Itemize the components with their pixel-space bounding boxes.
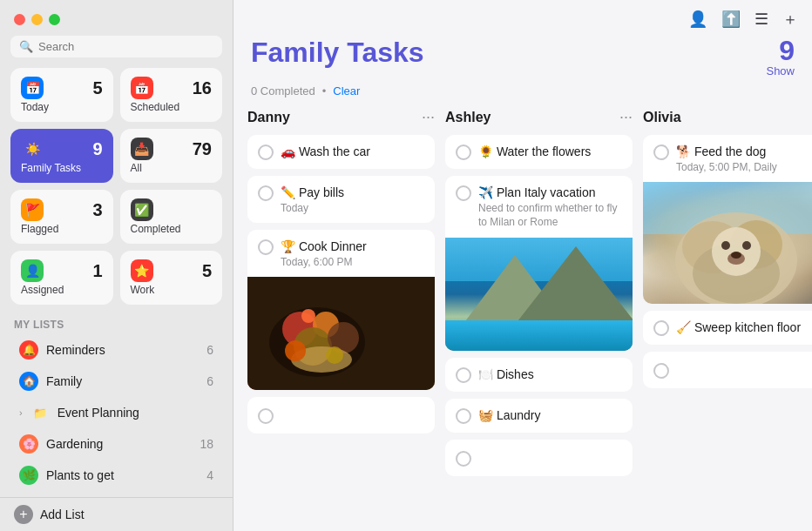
sidebar: 🔍 📅 5 Today 📅 16 Scheduled ☀️ 9 Famil [0, 0, 233, 531]
column-title-ashley: Ashley [445, 110, 491, 125]
sidebar-item-family-tasks[interactable]: ☀️ 9 Family Tasks [10, 129, 113, 183]
sidebar-item-all[interactable]: 📥 79 All [120, 129, 223, 183]
list-count-reminders: 6 [206, 343, 213, 357]
task-cook-dinner[interactable]: 🏆 Cook Dinner Today, 6:00 PM [247, 230, 435, 390]
family-tasks-label: Family Tasks [21, 162, 103, 174]
search-bar[interactable]: 🔍 [10, 36, 222, 57]
sidebar-item-today[interactable]: 📅 5 Today [10, 68, 113, 122]
task-circle[interactable] [258, 239, 274, 255]
person-circle-icon[interactable]: 👤 [688, 10, 707, 29]
plus-icon[interactable]: ＋ [782, 9, 798, 30]
add-list-button[interactable]: + Add List [0, 497, 233, 531]
list-item-gardening[interactable]: 🌸 Gardening 18 [5, 428, 227, 460]
task-title: 🏆 Cook Dinner [281, 239, 367, 253]
page-title: Family Tasks [251, 37, 424, 69]
dog-image [643, 182, 812, 304]
list-count-plants: 4 [206, 468, 213, 482]
list-name-gardening: Gardening [46, 437, 103, 451]
list-item-family[interactable]: 🏠 Family 6 [5, 366, 227, 397]
sidebar-item-scheduled[interactable]: 📅 16 Scheduled [120, 68, 223, 122]
task-sweep-floor[interactable]: 🧹 Sweep kitchen floor [643, 311, 812, 345]
task-circle[interactable] [456, 367, 471, 383]
task-pay-bills[interactable]: ✏️ Pay bills Today [247, 176, 435, 223]
sidebar-item-assigned[interactable]: 👤 1 Assigned [10, 251, 113, 305]
task-circle[interactable] [258, 408, 274, 424]
task-emoji: 🌻 [478, 145, 493, 158]
task-wash-car[interactable]: 🚗 Wash the car [247, 135, 435, 169]
column-title-danny: Danny [247, 110, 290, 125]
list-name-reminders: Reminders [46, 343, 105, 357]
list-count-gardening: 18 [200, 437, 213, 451]
task-title: 🌻 Water the flowers [478, 145, 591, 158]
column-olivia: Olivia ··· 🐕 Feed the dog Today, 5:00 PM… [643, 106, 812, 517]
task-title: 🚗 Wash the car [281, 145, 370, 158]
italy-image [445, 238, 633, 351]
add-list-icon: + [14, 505, 33, 524]
main-toolbar: 👤 ⬆️ ☰ ＋ [233, 0, 812, 33]
task-dishes[interactable]: 🍽️ Dishes [445, 358, 633, 392]
column-menu-danny[interactable]: ··· [422, 108, 435, 126]
sidebar-item-work[interactable]: ⭐ 5 Work [120, 251, 223, 305]
task-water-flowers[interactable]: 🌻 Water the flowers [445, 135, 633, 169]
task-emoji: 🍽️ [478, 367, 493, 381]
clear-button[interactable]: Clear [333, 84, 360, 97]
sidebar-item-flagged[interactable]: 🚩 3 Flagged [10, 190, 113, 244]
show-button[interactable]: Show [766, 64, 795, 77]
column-ashley: Ashley ··· 🌻 Water the flowers [445, 106, 633, 517]
task-circle[interactable] [456, 145, 471, 160]
close-button[interactable] [14, 14, 25, 25]
task-emoji: 🧹 [676, 320, 691, 334]
task-emoji: 🧺 [478, 408, 493, 422]
list-icon[interactable]: ☰ [754, 10, 768, 29]
completed-label: Completed [131, 223, 213, 235]
search-input[interactable] [38, 40, 213, 53]
sidebar-item-completed[interactable]: ✅ Completed [120, 190, 223, 244]
column-header-danny: Danny ··· [247, 106, 435, 128]
list-item-event-planning[interactable]: › 📁 Event Planning [5, 397, 227, 428]
task-plan-italy[interactable]: ✈️ Plan Italy vacation Need to confirm w… [445, 176, 633, 351]
task-card-empty-danny[interactable] [247, 397, 435, 434]
svg-point-9 [301, 309, 315, 323]
all-icon: 📥 [131, 138, 153, 160]
add-list-label: Add List [40, 507, 85, 521]
column-title-olivia: Olivia [643, 110, 681, 125]
folder-icon: 📁 [30, 403, 50, 422]
family-dot: 🏠 [19, 372, 38, 391]
task-title: ✈️ Plan Italy vacation [478, 185, 596, 199]
completed-text: 0 Completed [251, 84, 315, 97]
task-circle[interactable] [653, 145, 669, 160]
today-label: Today [21, 101, 103, 113]
task-text-block: 🏆 Cook Dinner Today, 6:00 PM [281, 239, 424, 268]
task-note: Need to confirm whether to fly to Milan … [478, 202, 622, 229]
list-name-event-planning: Event Planning [58, 406, 139, 420]
search-icon: 🔍 [19, 40, 33, 53]
column-menu-ashley[interactable]: ··· [619, 108, 633, 126]
task-circle[interactable] [653, 320, 669, 336]
completed-row: 0 Completed • Clear [233, 83, 812, 106]
share-icon[interactable]: ⬆️ [721, 10, 741, 29]
gardening-dot: 🌸 [19, 434, 38, 454]
task-circle[interactable] [456, 408, 471, 424]
list-item-plants[interactable]: 🌿 Plants to get 4 [5, 460, 227, 491]
task-card-empty-olivia[interactable] [643, 352, 812, 388]
task-circle[interactable] [456, 451, 471, 467]
task-feed-dog[interactable]: 🐕 Feed the dog Today, 5:00 PM, Daily [643, 135, 812, 304]
task-emoji: 🚗 [281, 145, 295, 158]
task-title: 🧹 Sweep kitchen floor [676, 320, 801, 334]
task-text-block: 🧺 Laundry [478, 407, 622, 423]
minimize-button[interactable] [31, 14, 43, 25]
task-circle[interactable] [653, 363, 669, 379]
maximize-button[interactable] [49, 14, 60, 25]
task-circle[interactable] [456, 185, 471, 201]
svg-point-7 [285, 340, 306, 361]
scheduled-count: 16 [193, 79, 212, 97]
task-card-empty-ashley[interactable] [445, 440, 633, 476]
task-laundry[interactable]: 🧺 Laundry [445, 399, 633, 433]
list-item-reminders[interactable]: 🔔 Reminders 6 [5, 334, 227, 366]
task-circle[interactable] [258, 185, 274, 201]
task-circle[interactable] [258, 145, 274, 160]
task-text-block: 🐕 Feed the dog Today, 5:00 PM, Daily [676, 144, 812, 173]
all-count: 79 [193, 140, 212, 158]
my-lists-label: My Lists [0, 312, 233, 334]
task-title: 🍽️ Dishes [478, 367, 534, 381]
